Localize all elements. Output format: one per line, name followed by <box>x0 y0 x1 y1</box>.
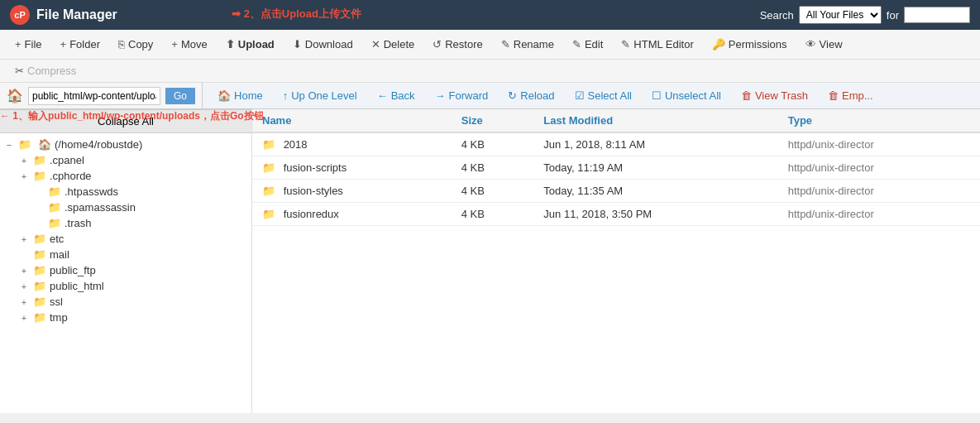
tree-children: + 📁 .cpanel + 📁 .cphorde 📁 .htpassw <box>0 152 251 325</box>
up-one-level-button[interactable]: ↑ Up One Level <box>275 86 366 105</box>
view-icon: 👁 <box>806 38 816 50</box>
delete-label: Delete <box>384 38 415 50</box>
unselect-all-button[interactable]: ☐ Unselect All <box>643 86 729 105</box>
collapse-all-button[interactable]: Collapse All <box>0 109 251 133</box>
select-all-icon: ☑ <box>575 89 585 102</box>
cpanel-icon: cP <box>10 5 30 25</box>
permissions-label: Permissions <box>729 38 787 50</box>
upload-button[interactable]: ⬆ Upload <box>218 35 283 54</box>
ssl-label: ssl <box>50 296 63 308</box>
public-ftp-label: public_ftp <box>50 264 96 276</box>
tree-root[interactable]: − 📁 🏠 (/home4/robustde) <box>0 137 251 152</box>
tree-item-etc[interactable]: + 📁 etc <box>15 231 251 247</box>
sidebar: Collapse All − 📁 🏠 (/home4/robustde) + 📁… <box>0 109 252 413</box>
reload-label: Reload <box>520 89 554 102</box>
view-trash-button[interactable]: 🗑 View Trash <box>733 86 816 105</box>
file-list-panel: Name Size Last Modified Type <box>252 109 980 413</box>
html-editor-button[interactable]: ✎ HTML Editor <box>613 35 701 54</box>
root-toggle: − <box>3 140 15 150</box>
etc-folder-icon: 📁 <box>33 233 46 245</box>
up-level-icon: ↑ <box>283 89 289 102</box>
col-size-label: Size <box>461 114 483 127</box>
table-row[interactable]: 📁 fusion-scripts 4 KB Today, 11:19 AM ht… <box>252 156 980 180</box>
home-nav-icon: 🏠 <box>218 89 231 102</box>
compress-toolbar: ✂ Compress <box>0 60 980 83</box>
search-label: Search <box>760 9 794 22</box>
col-size[interactable]: Size <box>452 109 534 132</box>
forward-button[interactable]: → Forward <box>427 86 497 105</box>
page-wrapper: cP File Manager Search All Your Files fo… <box>0 0 980 413</box>
mail-folder-icon: 📁 <box>33 248 46 261</box>
view-button[interactable]: 👁 View <box>797 35 851 54</box>
path-input[interactable] <box>28 87 160 105</box>
cell-name: 📁 fusion-styles <box>252 180 452 203</box>
home-nav-button[interactable]: 🏠 Home <box>209 86 271 105</box>
copy-button[interactable]: ⎘ Copy <box>110 35 161 54</box>
compress-button[interactable]: ✂ Compress <box>7 61 84 80</box>
new-folder-button[interactable]: + Folder <box>52 35 108 54</box>
edit-button[interactable]: ✎ Edit <box>564 35 611 54</box>
select-all-button[interactable]: ☑ Select All <box>566 86 640 105</box>
compress-label: Compress <box>27 65 76 77</box>
empty-trash-button[interactable]: 🗑 Emp... <box>820 86 882 105</box>
cpanel-toggle: + <box>18 156 30 166</box>
tree-item-spamassassin[interactable]: 📁 .spamassassin <box>30 199 251 215</box>
permissions-button[interactable]: 🔑 Permissions <box>704 35 796 54</box>
search-select[interactable]: All Your Files <box>799 6 882 24</box>
tree-item-public-html[interactable]: + 📁 public_html <box>15 278 251 294</box>
table-row[interactable]: 📁 2018 4 KB Jun 1, 2018, 8:11 AM httpd/u… <box>252 132 980 156</box>
col-type[interactable]: Type <box>778 109 980 132</box>
spamassassin-folder-icon: 📁 <box>48 201 61 214</box>
delete-button[interactable]: ✕ Delete <box>363 35 423 54</box>
tree-item-mail[interactable]: 📁 mail <box>15 247 251 262</box>
cpanel-label: .cpanel <box>50 154 84 166</box>
plus-folder-icon: + <box>60 38 67 50</box>
cpanel-folder-icon: 📁 <box>33 154 46 166</box>
col-type-label: Type <box>788 114 812 127</box>
col-modified-label: Last Modified <box>543 114 613 127</box>
cell-modified: Jun 11, 2018, 3:50 PM <box>533 203 777 226</box>
cell-name: 📁 fusion-scripts <box>252 156 452 180</box>
upload-icon: ⬆ <box>226 38 235 50</box>
table-row[interactable]: 📁 fusion-styles 4 KB Today, 11:35 AM htt… <box>252 180 980 203</box>
move-button[interactable]: + Move <box>163 35 215 54</box>
cell-type: httpd/unix-director <box>778 180 980 203</box>
view-trash-label: View Trash <box>755 89 808 102</box>
home-path-icon[interactable]: 🏠 <box>7 88 23 103</box>
cphorde-folder-icon: 📁 <box>33 170 46 182</box>
rename-icon: ✎ <box>501 38 510 50</box>
tmp-folder-icon: 📁 <box>33 311 46 324</box>
tree-item-cphorde[interactable]: + 📁 .cphorde <box>15 168 251 184</box>
tree-item-trash[interactable]: 📁 .trash <box>30 215 251 231</box>
col-last-modified[interactable]: Last Modified <box>533 109 777 132</box>
reload-button[interactable]: ↻ Reload <box>500 86 562 105</box>
tree-item-ssl[interactable]: + 📁 ssl <box>15 294 251 310</box>
rename-button[interactable]: ✎ Rename <box>493 35 562 54</box>
table-row[interactable]: 📁 fusionredux 4 KB Jun 11, 2018, 3:50 PM… <box>252 203 980 226</box>
unselect-all-icon: ☐ <box>652 89 662 102</box>
col-name[interactable]: Name <box>252 109 452 132</box>
download-button[interactable]: ⬇ Download <box>284 35 361 54</box>
tree-item-cpanel[interactable]: + 📁 .cpanel <box>15 152 251 168</box>
go-button[interactable]: Go <box>165 88 195 104</box>
tree-item-tmp[interactable]: + 📁 tmp <box>15 310 251 325</box>
cell-type: httpd/unix-director <box>778 132 980 156</box>
cell-type: httpd/unix-director <box>778 156 980 180</box>
file-rows: 📁 2018 4 KB Jun 1, 2018, 8:11 AM httpd/u… <box>252 132 980 226</box>
public-ftp-folder-icon: 📁 <box>33 264 46 276</box>
home-nav-label: Home <box>234 89 263 102</box>
empty-trash-label: Emp... <box>842 89 873 102</box>
tree-item-public-ftp[interactable]: + 📁 public_ftp <box>15 262 251 278</box>
search-input[interactable] <box>904 7 970 23</box>
row-folder-icon: 📁 <box>262 138 275 151</box>
new-folder-label: Folder <box>69 38 100 50</box>
restore-button[interactable]: ↺ Restore <box>424 35 491 54</box>
public-ftp-toggle: + <box>18 266 30 276</box>
new-file-button[interactable]: + File <box>7 35 50 54</box>
move-icon: + <box>171 38 178 50</box>
tree-item-htpasswds[interactable]: 📁 .htpasswds <box>30 184 251 199</box>
cell-type: httpd/unix-director <box>778 203 980 226</box>
restore-icon: ↺ <box>433 38 442 50</box>
back-button[interactable]: ← Back <box>369 86 423 105</box>
app-logo: cP File Manager <box>10 5 117 25</box>
